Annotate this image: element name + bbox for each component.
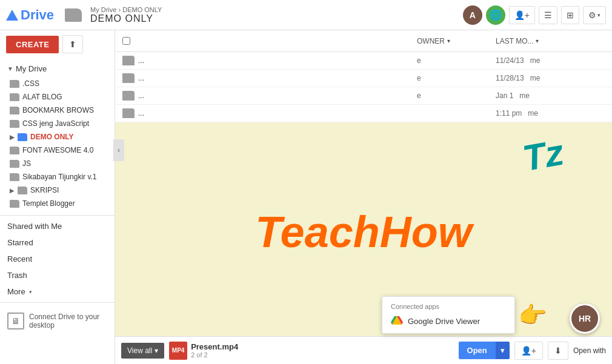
add-person-button[interactable]: 👤+ xyxy=(509,6,535,24)
sidebar-item-recent[interactable]: Recent xyxy=(0,251,110,267)
col-modified-header[interactable]: LAST MO... ▾ xyxy=(496,37,605,45)
folder-name: Templet Blogger xyxy=(22,199,75,208)
file-thumbnail: MP4 xyxy=(169,342,187,360)
add-person-bottom-button[interactable]: 👤+ xyxy=(514,342,543,360)
sidebar-item-demo-only[interactable]: ▶ DEMO ONLY xyxy=(0,130,115,144)
popup-app-item[interactable]: Google Drive Viewer xyxy=(391,315,506,327)
col-name-header xyxy=(122,37,417,45)
recent-label: Recent xyxy=(7,254,32,263)
sidebar-item-css-jeng[interactable]: CSS jeng JavaScript xyxy=(0,117,115,130)
starred-label: Starred xyxy=(7,238,33,247)
folder-icon xyxy=(10,173,19,181)
folder-icon xyxy=(10,80,19,88)
create-button[interactable]: CREATE xyxy=(6,36,59,53)
folder-name: ALAT BLOG xyxy=(22,93,62,101)
folder-icon xyxy=(122,108,135,118)
folder-icon xyxy=(122,73,135,83)
connect-drive-icon: 🖥 xyxy=(7,313,24,329)
sidebar-item-templet[interactable]: Templet Blogger xyxy=(0,197,115,210)
table-row[interactable]: ... e Jan 1 me xyxy=(115,87,612,105)
sidebar: CREATE ⬆ ▼ My Drive .CSS ALAT BLOG BOOKM… xyxy=(0,30,115,364)
settings-button[interactable]: ⚙ ▾ xyxy=(583,6,606,24)
file-preview-item: MP4 Present.mp4 2 of 2 xyxy=(169,342,453,360)
tz-logo: Tz xyxy=(520,131,567,180)
drive-logo-text: Drive xyxy=(21,7,54,23)
folder-icon xyxy=(10,147,19,154)
sidebar-item-bookmark[interactable]: BOOKMARK BROWS xyxy=(0,104,115,117)
folder-name-selected: DEMO ONLY xyxy=(30,133,74,141)
drive-logo[interactable]: Drive xyxy=(6,7,54,23)
page-title: DEMO ONLY xyxy=(90,13,458,24)
trash-label: Trash xyxy=(7,271,27,280)
col-owner-header[interactable]: OWNER ▾ xyxy=(417,37,496,45)
folder-icon xyxy=(122,91,135,101)
sidebar-item-shared[interactable]: Shared with Me xyxy=(0,218,110,234)
topbar-right: A 🌐 👤+ ☰ ⊞ ⚙ ▾ xyxy=(463,5,606,25)
upload-button[interactable]: ⬆ xyxy=(62,35,83,53)
folder-icon xyxy=(10,107,19,114)
sidebar-item-css[interactable]: .CSS xyxy=(0,77,115,90)
content-area: OWNER ▾ LAST MO... ▾ ... e 11/24/13 me .… xyxy=(115,30,612,364)
folder-icon-header xyxy=(65,8,82,22)
modified-sort-icon: ▾ xyxy=(536,38,539,44)
teachhow-logo: TeachHow xyxy=(255,207,471,257)
topbar: Drive My Drive › DEMO ONLY DEMO ONLY A 🌐… xyxy=(0,0,612,30)
sidebar-top: CREATE ⬆ xyxy=(0,30,115,58)
connect-drive[interactable]: 🖥 Connect Drive to your desktop xyxy=(0,305,115,337)
my-drive-label: My Drive xyxy=(16,64,47,73)
open-button[interactable]: Open xyxy=(459,342,496,359)
sidebar-item-font-awesome[interactable]: FONT AWESOME 4.0 xyxy=(0,144,115,157)
sidebar-toggle[interactable]: ‹ xyxy=(113,139,124,161)
bottom-bar: View all ▾ MP4 Present.mp4 2 of 2 Open ▾… xyxy=(115,336,612,364)
sidebar-item-trash[interactable]: Trash xyxy=(0,267,110,283)
sidebar-item-more[interactable]: More ▾ xyxy=(0,283,110,300)
grid-view-button[interactable]: ⊞ xyxy=(561,6,579,24)
folder-name: FONT AWESOME 4.0 xyxy=(22,146,93,154)
my-drive-section[interactable]: ▼ My Drive xyxy=(0,61,115,77)
breadcrumb-area: My Drive › DEMO ONLY DEMO ONLY xyxy=(90,6,458,24)
main-layout: CREATE ⬆ ▼ My Drive .CSS ALAT BLOG BOOKM… xyxy=(0,30,612,364)
owner-sort-icon: ▾ xyxy=(447,38,450,44)
hr-logo: HR xyxy=(570,303,600,334)
avatar-text: A xyxy=(470,10,476,20)
select-all-checkbox[interactable] xyxy=(122,37,130,45)
sidebar-divider xyxy=(0,215,115,216)
sidebar-divider-2 xyxy=(0,302,115,303)
drive-icon-sm xyxy=(391,315,403,327)
sidebar-item-sikabayan[interactable]: Sikabayan Tijungkir v.1 xyxy=(0,170,115,184)
folder-name: CSS jeng JavaScript xyxy=(22,119,89,128)
folder-icon xyxy=(18,133,27,141)
folder-icon xyxy=(122,56,135,65)
sidebar-item-js[interactable]: JS xyxy=(0,157,115,170)
file-rows: ... e 11/24/13 me ... e 11/28/13 me ... … xyxy=(115,52,612,122)
view-all-button[interactable]: View all ▾ xyxy=(121,343,164,359)
folder-name: SKRIPSI xyxy=(30,186,59,194)
download-button[interactable]: ⬇ xyxy=(548,342,568,360)
avatar[interactable]: A xyxy=(463,5,482,25)
shared-label: Shared with Me xyxy=(7,222,62,231)
table-header: OWNER ▾ LAST MO... ▾ xyxy=(115,30,612,52)
folder-icon xyxy=(18,187,27,194)
folder-name: Sikabayan Tijungkir v.1 xyxy=(22,173,97,181)
list-view-button[interactable]: ☰ xyxy=(539,6,557,24)
breadcrumb: My Drive › DEMO ONLY xyxy=(90,6,458,13)
folder-name: BOOKMARK BROWS xyxy=(22,106,94,114)
folder-name: JS xyxy=(22,159,31,168)
more-label: More xyxy=(7,287,25,296)
table-row[interactable]: ... e 11/24/13 me xyxy=(115,52,612,70)
sidebar-item-alat-blog[interactable]: ALAT BLOG xyxy=(0,90,115,104)
file-info: Present.mp4 2 of 2 xyxy=(191,342,238,359)
globe-icon[interactable]: 🌐 xyxy=(486,5,505,25)
pointing-hand-icon: 👈 xyxy=(519,302,548,328)
table-row[interactable]: ... e 11/28/13 me xyxy=(115,70,612,87)
sidebar-nav: ▼ My Drive .CSS ALAT BLOG BOOKMARK BROWS… xyxy=(0,58,115,213)
connected-apps-popup: Connected apps Google Drive Viewer 👈 xyxy=(382,296,515,334)
folder-icon xyxy=(10,200,19,208)
file-name: Present.mp4 xyxy=(191,342,238,351)
table-row[interactable]: ... 1:11 pm me xyxy=(115,105,612,122)
sidebar-item-starred[interactable]: Starred xyxy=(0,234,110,251)
open-button-group: Open ▾ xyxy=(459,342,510,359)
open-dropdown-button[interactable]: ▾ xyxy=(496,342,510,359)
sidebar-item-skripsi[interactable]: ▶ SKRIPSI xyxy=(0,184,115,197)
folder-name: .CSS xyxy=(22,79,39,88)
